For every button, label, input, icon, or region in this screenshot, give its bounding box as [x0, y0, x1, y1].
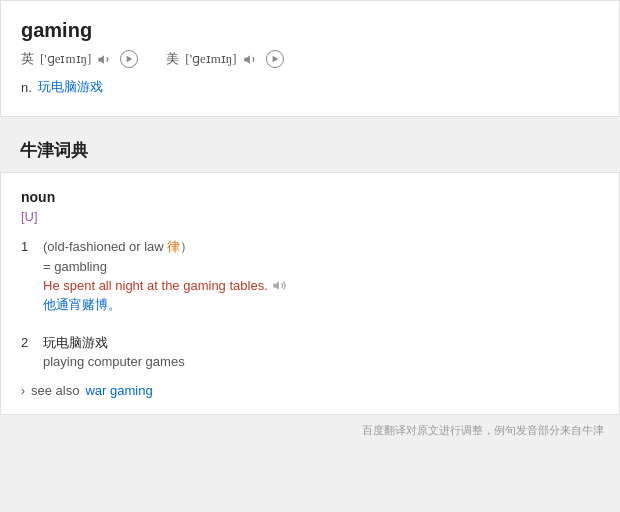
entry-1-num: 1	[21, 239, 33, 254]
us-speaker-icon[interactable]	[243, 52, 258, 67]
svg-marker-1	[127, 56, 133, 62]
top-card: gaming 英 ['ɡeɪmɪŋ] 美 ['ɡeɪmɪŋ] n. 玩电脑游戏	[0, 0, 620, 117]
uk-label: 英	[21, 50, 34, 68]
oxford-section: 牛津词典 noun [U] 1 (old-fashioned or law 律）…	[0, 125, 620, 446]
word-title: gaming	[21, 19, 599, 42]
entry-2-body: 玩电脑游戏 playing computer games	[43, 334, 599, 369]
example-speaker-icon[interactable]	[272, 278, 287, 293]
pronunciation-row: 英 ['ɡeɪmɪŋ] 美 ['ɡeɪmɪŋ]	[21, 50, 599, 68]
us-label: 美	[166, 50, 179, 68]
pos-tag: n.	[21, 80, 32, 95]
entry-2-zh: 玩电脑游戏	[43, 334, 599, 352]
entry-1-body: (old-fashioned or law 律） = gambling He s…	[43, 238, 599, 320]
entry-2-num: 2	[21, 335, 33, 350]
uncountable-label: [U]	[21, 209, 599, 224]
entry-1-row: 1 (old-fashioned or law 律） = gambling He…	[21, 238, 599, 320]
chevron-right-icon: ›	[21, 384, 25, 398]
top-definition-row: n. 玩电脑游戏	[21, 78, 599, 96]
entry-1: 1 (old-fashioned or law 律） = gambling He…	[21, 238, 599, 320]
example-en-text: He spent all night at the gaming tables.	[43, 278, 268, 293]
uk-pron-text: ['ɡeɪmɪŋ]	[40, 51, 91, 67]
oxford-header: 牛津词典	[0, 125, 620, 172]
us-pron-text: ['ɡeɪmɪŋ]	[185, 51, 236, 67]
entry-1-def: = gambling	[43, 259, 599, 274]
grammar-label: noun	[21, 189, 599, 205]
entry-1-context: (old-fashioned or law 律）	[43, 238, 599, 256]
uk-play-button[interactable]	[120, 50, 138, 68]
entry-1-example-en: He spent all night at the gaming tables.	[43, 278, 599, 293]
uk-speaker-icon[interactable]	[97, 52, 112, 67]
svg-marker-2	[244, 55, 250, 64]
svg-marker-0	[99, 55, 105, 64]
see-also-text: see also	[31, 383, 79, 398]
entry-1-example-cn: 他通宵赌博。	[43, 296, 599, 314]
entry-2-en: playing computer games	[43, 354, 599, 369]
oxford-content: noun [U] 1 (old-fashioned or law 律） = ga…	[0, 172, 620, 415]
law-tag: 律	[167, 239, 180, 254]
footer-note: 百度翻译对原文进行调整，例句发音部分来自牛津	[0, 415, 620, 446]
top-definition-text: 玩电脑游戏	[38, 78, 103, 96]
entry-2-row: 2 玩电脑游戏 playing computer games	[21, 334, 599, 369]
see-also-link[interactable]: war gaming	[85, 383, 152, 398]
svg-marker-4	[273, 281, 279, 290]
see-also-row: › see also war gaming	[21, 383, 599, 398]
entry-2: 2 玩电脑游戏 playing computer games	[21, 334, 599, 369]
us-play-button[interactable]	[266, 50, 284, 68]
svg-marker-3	[272, 56, 278, 62]
